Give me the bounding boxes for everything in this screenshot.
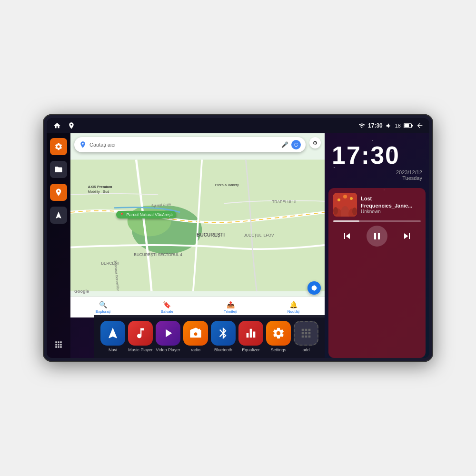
volume-icon bbox=[386, 122, 392, 129]
svg-point-21 bbox=[352, 208, 357, 215]
music-section: Lost Frequencies_Janie... Unknown bbox=[328, 188, 426, 358]
prev-button[interactable] bbox=[338, 228, 356, 245]
music-player-label: Music Player bbox=[128, 347, 153, 352]
map-search-bar[interactable]: Căutați aici 🎤 G bbox=[74, 137, 306, 152]
app-add[interactable]: add bbox=[294, 321, 318, 352]
svg-point-22 bbox=[337, 198, 340, 201]
svg-point-23 bbox=[350, 197, 353, 200]
svg-text:AXIS Premium: AXIS Premium bbox=[88, 185, 112, 189]
settings-label: Settings bbox=[271, 347, 287, 352]
navi-label: Navi bbox=[109, 347, 117, 352]
microphone-icon[interactable]: 🎤 bbox=[281, 141, 288, 148]
main-content: BUCUREȘTI BUCUREȘTI SECTORUL 4 JUDEȚUL I… bbox=[47, 133, 429, 358]
equalizer-icon bbox=[238, 321, 263, 346]
navi-icon bbox=[100, 321, 125, 346]
svg-text:TRAPELULUI: TRAPELULUI bbox=[272, 200, 297, 204]
music-player-icon bbox=[128, 321, 153, 346]
map-bottom-nav: 🔍 Explorați 🔖 Salvate 📤 Trimiteți � bbox=[70, 297, 325, 317]
map-svg: BUCUREȘTI BUCUREȘTI SECTORUL 4 JUDEȚUL I… bbox=[70, 133, 325, 317]
map-settings-icon[interactable]: ⚙ bbox=[309, 137, 321, 149]
map-marker-park: Parcul Natural Văcărești bbox=[116, 211, 176, 218]
bluetooth-icon bbox=[211, 321, 236, 346]
map-user-avatar[interactable]: G bbox=[291, 140, 301, 149]
settings-icon bbox=[266, 321, 291, 346]
status-time: 17:30 bbox=[368, 122, 383, 129]
app-music-player[interactable]: Music Player bbox=[128, 321, 153, 352]
google-logo: Google bbox=[74, 289, 89, 294]
app-equalizer[interactable]: Equalizer bbox=[238, 321, 263, 352]
music-progress-bar[interactable] bbox=[333, 220, 421, 222]
status-left-icons bbox=[52, 121, 76, 130]
map-search-placeholder: Căutați aici bbox=[89, 142, 278, 148]
music-artist: Unknown bbox=[361, 209, 421, 214]
app-video-player[interactable]: Video Player bbox=[156, 321, 180, 352]
svg-text:JUDEȚUL ILFOV: JUDEȚUL ILFOV bbox=[244, 233, 274, 238]
svg-point-20 bbox=[333, 207, 338, 215]
map-area[interactable]: BUCUREȘTI BUCUREȘTI SECTORUL 4 JUDEȚUL I… bbox=[70, 133, 325, 358]
pause-button[interactable] bbox=[367, 226, 387, 247]
clock-date: 2023/12/12 Tuesday bbox=[332, 169, 422, 181]
battery-number: 18 bbox=[395, 123, 401, 129]
map-nav-news[interactable]: 🔔 Noutăți bbox=[288, 301, 299, 314]
clock-section: 17:30 2023/12/12 Tuesday bbox=[325, 133, 429, 188]
status-right-icons: 17:30 18 bbox=[358, 122, 424, 129]
car-display-device: 17:30 18 bbox=[43, 114, 433, 362]
app-navi[interactable]: Navi bbox=[100, 321, 125, 352]
back-icon[interactable] bbox=[416, 122, 424, 129]
sidebar bbox=[47, 133, 70, 358]
music-title: Lost Frequencies_Janie... bbox=[361, 195, 421, 209]
album-art-image bbox=[333, 193, 357, 217]
sidebar-item-files[interactable] bbox=[50, 161, 67, 178]
maps-icon[interactable] bbox=[67, 121, 76, 130]
wifi-icon bbox=[358, 122, 365, 129]
app-radio[interactable]: radio bbox=[183, 321, 208, 352]
svg-text:Pizza & Bakery: Pizza & Bakery bbox=[215, 183, 239, 187]
map-container[interactable]: BUCUREȘTI BUCUREȘTI SECTORUL 4 JUDEȚUL I… bbox=[70, 133, 325, 317]
map-nav-saved[interactable]: 🔖 Salvate bbox=[161, 301, 174, 314]
music-text: Lost Frequencies_Janie... Unknown bbox=[361, 195, 421, 214]
sidebar-item-maps[interactable] bbox=[50, 184, 67, 201]
map-locate-button[interactable] bbox=[307, 281, 321, 295]
app-settings[interactable]: Settings bbox=[266, 321, 291, 352]
map-nav-explore[interactable]: 🔍 Explorați bbox=[96, 301, 110, 314]
svg-text:Mobility - Sud: Mobility - Sud bbox=[88, 189, 109, 194]
clock-time: 17:30 bbox=[332, 143, 422, 168]
add-label: add bbox=[302, 347, 309, 352]
next-button[interactable] bbox=[398, 228, 416, 245]
video-player-icon bbox=[156, 321, 180, 346]
svg-rect-1 bbox=[412, 125, 413, 126]
right-panel: 17:30 2023/12/12 Tuesday bbox=[325, 133, 429, 358]
device-screen: 17:30 18 bbox=[47, 118, 429, 358]
music-album-art bbox=[333, 193, 357, 217]
music-controls bbox=[333, 226, 421, 247]
bluetooth-label: Bluetooth bbox=[214, 347, 232, 352]
add-icon bbox=[294, 321, 318, 346]
svg-text:BUCUREȘTI: BUCUREȘTI bbox=[197, 232, 225, 238]
apps-bar: Navi Music Player bbox=[94, 315, 325, 358]
equalizer-label: Equalizer bbox=[242, 347, 260, 352]
radio-label: radio bbox=[191, 347, 200, 352]
sidebar-item-navigation[interactable] bbox=[50, 207, 67, 224]
sidebar-item-settings[interactable] bbox=[50, 138, 67, 155]
svg-text:BUCUREȘTI SECTORUL 4: BUCUREȘTI SECTORUL 4 bbox=[134, 253, 182, 257]
music-info: Lost Frequencies_Janie... Unknown bbox=[333, 193, 421, 217]
svg-point-5 bbox=[128, 206, 171, 236]
sidebar-item-grid[interactable] bbox=[50, 336, 67, 353]
home-icon[interactable] bbox=[52, 121, 62, 130]
video-player-label: Video Player bbox=[156, 347, 180, 352]
app-bluetooth[interactable]: Bluetooth bbox=[211, 321, 236, 352]
svg-point-24 bbox=[343, 195, 347, 198]
svg-rect-2 bbox=[404, 124, 409, 127]
status-bar: 17:30 18 bbox=[47, 118, 429, 133]
map-nav-share[interactable]: 📤 Trimiteți bbox=[224, 301, 237, 314]
radio-icon bbox=[183, 321, 208, 346]
battery-icon bbox=[404, 123, 413, 129]
